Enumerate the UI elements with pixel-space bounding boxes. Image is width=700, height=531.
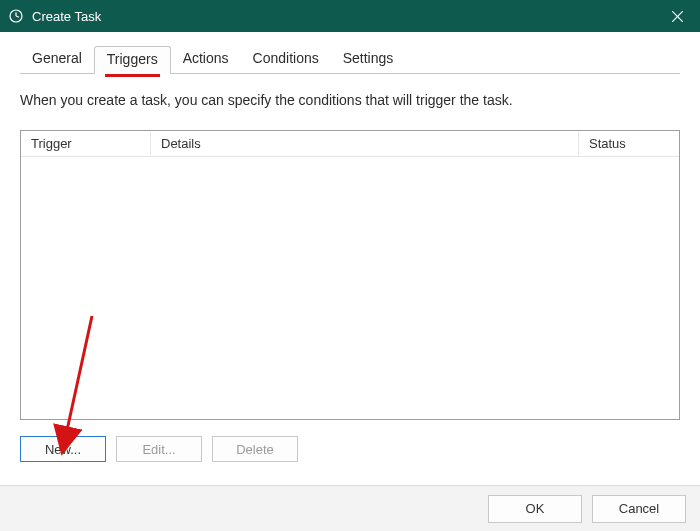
edit-button[interactable]: Edit... bbox=[116, 436, 202, 462]
dialog-footer: OK Cancel bbox=[0, 485, 700, 531]
tab-settings[interactable]: Settings bbox=[331, 46, 406, 74]
row-buttons: New... Edit... Delete bbox=[20, 436, 680, 462]
ok-button[interactable]: OK bbox=[488, 495, 582, 523]
tab-general[interactable]: General bbox=[20, 46, 94, 74]
triggers-listview[interactable]: Trigger Details Status bbox=[20, 130, 680, 420]
tab-triggers[interactable]: Triggers bbox=[94, 46, 171, 74]
tab-body: When you create a task, you can specify … bbox=[20, 73, 680, 462]
column-label: Trigger bbox=[31, 136, 72, 151]
svg-line-2 bbox=[16, 16, 19, 17]
delete-button[interactable]: Delete bbox=[212, 436, 298, 462]
titlebar: Create Task bbox=[0, 0, 700, 32]
column-label: Details bbox=[161, 136, 201, 151]
column-status[interactable]: Status bbox=[579, 132, 679, 155]
clock-icon bbox=[8, 8, 24, 24]
close-button[interactable] bbox=[654, 0, 700, 32]
tab-label: Actions bbox=[183, 50, 229, 66]
column-label: Status bbox=[589, 136, 626, 151]
listview-header: Trigger Details Status bbox=[21, 131, 679, 157]
tab-strip: General Triggers Actions Conditions Sett… bbox=[20, 46, 680, 74]
tab-label: Settings bbox=[343, 50, 394, 66]
dialog-content: General Triggers Actions Conditions Sett… bbox=[0, 32, 700, 462]
column-details[interactable]: Details bbox=[151, 132, 579, 155]
tab-label: Triggers bbox=[107, 51, 158, 67]
description-text: When you create a task, you can specify … bbox=[20, 92, 680, 108]
cancel-button[interactable]: Cancel bbox=[592, 495, 686, 523]
listview-rows bbox=[21, 157, 679, 419]
column-trigger[interactable]: Trigger bbox=[21, 132, 151, 155]
new-button[interactable]: New... bbox=[20, 436, 106, 462]
tab-label: Conditions bbox=[253, 50, 319, 66]
tab-actions[interactable]: Actions bbox=[171, 46, 241, 74]
window-title: Create Task bbox=[32, 9, 654, 24]
annotation-underline bbox=[105, 74, 160, 77]
tab-conditions[interactable]: Conditions bbox=[241, 46, 331, 74]
tab-label: General bbox=[32, 50, 82, 66]
